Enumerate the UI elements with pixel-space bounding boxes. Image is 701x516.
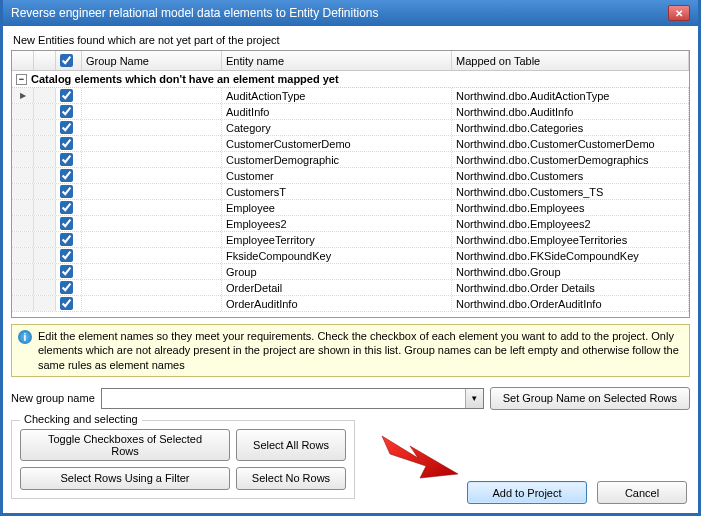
cell-entity-name[interactable]: Category <box>222 120 452 135</box>
row-checkbox[interactable] <box>60 169 73 182</box>
cell-group-name[interactable] <box>82 120 222 135</box>
header-checkbox-cell[interactable] <box>56 51 82 70</box>
cell-entity-name[interactable]: AuditActionType <box>222 88 452 103</box>
cell-entity-name[interactable]: AuditInfo <box>222 104 452 119</box>
table-row[interactable]: FksideCompoundKeyNorthwind.dbo.FKSideCom… <box>12 248 689 264</box>
cell-group-name[interactable] <box>82 136 222 151</box>
row-checkbox[interactable] <box>60 105 73 118</box>
table-row[interactable]: CustomerCustomerDemoNorthwind.dbo.Custom… <box>12 136 689 152</box>
group-row[interactable]: − Catalog elements which don't have an e… <box>12 71 689 88</box>
select-no-rows-button[interactable]: Select No Rows <box>236 467 346 490</box>
cell-group-name[interactable] <box>82 88 222 103</box>
cell-entity-name[interactable]: Employee <box>222 200 452 215</box>
select-using-filter-button[interactable]: Select Rows Using a Filter <box>20 467 230 490</box>
cell-group-name[interactable] <box>82 280 222 295</box>
cell-entity-name[interactable]: CustomerCustomerDemo <box>222 136 452 151</box>
row-checkbox-cell[interactable] <box>56 216 82 231</box>
cell-group-name[interactable] <box>82 216 222 231</box>
cell-group-name[interactable] <box>82 152 222 167</box>
row-checkbox-cell[interactable] <box>56 232 82 247</box>
cell-entity-name[interactable]: OrderDetail <box>222 280 452 295</box>
row-checkbox-cell[interactable] <box>56 296 82 311</box>
grid-rows[interactable]: AuditActionTypeNorthwind.dbo.AuditAction… <box>12 88 689 317</box>
collapse-icon[interactable]: − <box>16 74 27 85</box>
row-checkbox[interactable] <box>60 121 73 134</box>
toggle-checkboxes-button[interactable]: Toggle Checkboxes of Selected Rows <box>20 429 230 461</box>
set-group-name-button[interactable]: Set Group Name on Selected Rows <box>490 387 690 410</box>
row-checkbox[interactable] <box>60 265 73 278</box>
chevron-down-icon[interactable]: ▼ <box>465 389 483 408</box>
row-checkbox-cell[interactable] <box>56 104 82 119</box>
new-group-name-combo[interactable]: ▼ <box>101 388 484 409</box>
row-checkbox[interactable] <box>60 153 73 166</box>
cell-mapped-on-table[interactable]: Northwind.dbo.EmployeeTerritories <box>452 232 689 247</box>
row-checkbox[interactable] <box>60 201 73 214</box>
cancel-button[interactable]: Cancel <box>597 481 687 504</box>
cell-mapped-on-table[interactable]: Northwind.dbo.Customers_TS <box>452 184 689 199</box>
cell-entity-name[interactable]: EmployeeTerritory <box>222 232 452 247</box>
cell-mapped-on-table[interactable]: Northwind.dbo.OrderAuditInfo <box>452 296 689 311</box>
cell-group-name[interactable] <box>82 248 222 263</box>
select-all-rows-button[interactable]: Select All Rows <box>236 429 346 461</box>
row-checkbox[interactable] <box>60 137 73 150</box>
cell-mapped-on-table[interactable]: Northwind.dbo.Order Details <box>452 280 689 295</box>
cell-group-name[interactable] <box>82 264 222 279</box>
cell-mapped-on-table[interactable]: Northwind.dbo.FKSideCompoundKey <box>452 248 689 263</box>
row-checkbox[interactable] <box>60 185 73 198</box>
cell-group-name[interactable] <box>82 296 222 311</box>
row-checkbox-cell[interactable] <box>56 120 82 135</box>
cell-mapped-on-table[interactable]: Northwind.dbo.CustomerCustomerDemo <box>452 136 689 151</box>
row-checkbox[interactable] <box>60 233 73 246</box>
cell-mapped-on-table[interactable]: Northwind.dbo.Customers <box>452 168 689 183</box>
cell-entity-name[interactable]: FksideCompoundKey <box>222 248 452 263</box>
row-checkbox-cell[interactable] <box>56 136 82 151</box>
table-row[interactable]: CategoryNorthwind.dbo.Categories <box>12 120 689 136</box>
table-row[interactable]: Employees2Northwind.dbo.Employees2 <box>12 216 689 232</box>
header-entity[interactable]: Entity name <box>222 51 452 70</box>
cell-mapped-on-table[interactable]: Northwind.dbo.Categories <box>452 120 689 135</box>
row-checkbox-cell[interactable] <box>56 168 82 183</box>
cell-entity-name[interactable]: Customer <box>222 168 452 183</box>
header-mapped[interactable]: Mapped on Table <box>452 51 689 70</box>
row-checkbox[interactable] <box>60 89 73 102</box>
cell-group-name[interactable] <box>82 104 222 119</box>
cell-group-name[interactable] <box>82 232 222 247</box>
cell-mapped-on-table[interactable]: Northwind.dbo.Group <box>452 264 689 279</box>
table-row[interactable]: AuditInfoNorthwind.dbo.AuditInfo <box>12 104 689 120</box>
close-icon[interactable]: ✕ <box>668 5 690 21</box>
cell-entity-name[interactable]: CustomerDemographic <box>222 152 452 167</box>
row-checkbox-cell[interactable] <box>56 200 82 215</box>
add-to-project-button[interactable]: Add to Project <box>467 481 587 504</box>
table-row[interactable]: GroupNorthwind.dbo.Group <box>12 264 689 280</box>
table-row[interactable]: OrderDetailNorthwind.dbo.Order Details <box>12 280 689 296</box>
new-group-name-input[interactable] <box>102 389 465 408</box>
cell-mapped-on-table[interactable]: Northwind.dbo.Employees <box>452 200 689 215</box>
row-checkbox[interactable] <box>60 217 73 230</box>
cell-group-name[interactable] <box>82 184 222 199</box>
cell-mapped-on-table[interactable]: Northwind.dbo.Employees2 <box>452 216 689 231</box>
row-checkbox-cell[interactable] <box>56 88 82 103</box>
cell-entity-name[interactable]: Group <box>222 264 452 279</box>
table-row[interactable]: CustomersTNorthwind.dbo.Customers_TS <box>12 184 689 200</box>
row-checkbox-cell[interactable] <box>56 280 82 295</box>
row-checkbox-cell[interactable] <box>56 152 82 167</box>
table-row[interactable]: CustomerNorthwind.dbo.Customers <box>12 168 689 184</box>
cell-mapped-on-table[interactable]: Northwind.dbo.CustomerDemographics <box>452 152 689 167</box>
row-checkbox[interactable] <box>60 297 73 310</box>
cell-group-name[interactable] <box>82 200 222 215</box>
table-row[interactable]: EmployeeNorthwind.dbo.Employees <box>12 200 689 216</box>
cell-group-name[interactable] <box>82 168 222 183</box>
table-row[interactable]: CustomerDemographicNorthwind.dbo.Custome… <box>12 152 689 168</box>
cell-entity-name[interactable]: CustomersT <box>222 184 452 199</box>
cell-mapped-on-table[interactable]: Northwind.dbo.AuditActionType <box>452 88 689 103</box>
row-checkbox[interactable] <box>60 249 73 262</box>
row-checkbox[interactable] <box>60 281 73 294</box>
header-group[interactable]: Group Name <box>82 51 222 70</box>
table-row[interactable]: EmployeeTerritoryNorthwind.dbo.EmployeeT… <box>12 232 689 248</box>
select-all-checkbox[interactable] <box>60 54 73 67</box>
table-row[interactable]: OrderAuditInfoNorthwind.dbo.OrderAuditIn… <box>12 296 689 312</box>
cell-entity-name[interactable]: OrderAuditInfo <box>222 296 452 311</box>
table-row[interactable]: AuditActionTypeNorthwind.dbo.AuditAction… <box>12 88 689 104</box>
row-checkbox-cell[interactable] <box>56 184 82 199</box>
row-checkbox-cell[interactable] <box>56 248 82 263</box>
